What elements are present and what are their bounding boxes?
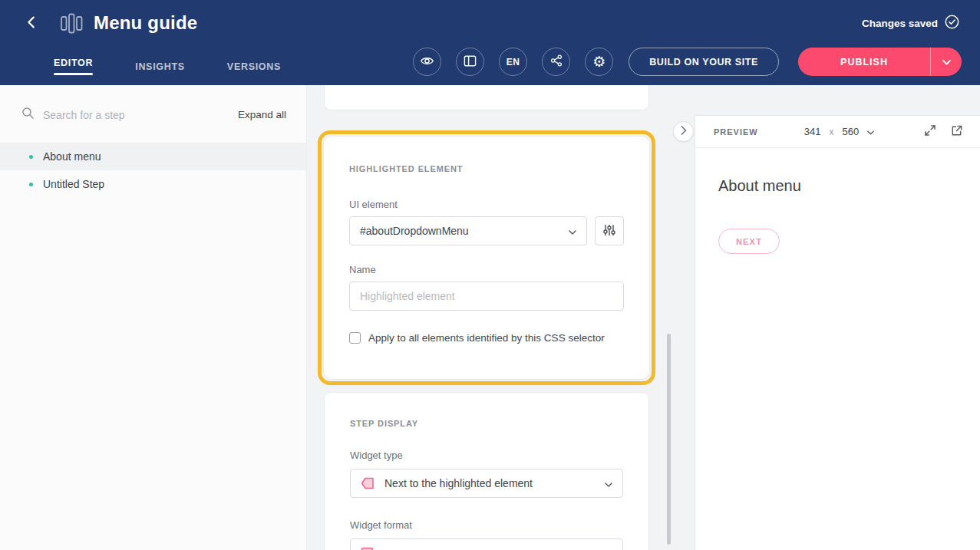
widget-type-select[interactable]: Next to the highlighted element	[350, 469, 623, 498]
header-tabs: EDITOR INSIGHTS VERSIONS	[54, 46, 281, 75]
apply-all-checkbox[interactable]	[349, 332, 361, 344]
expand-all-link[interactable]: Expand all	[238, 109, 286, 120]
page-title: Menu guide	[94, 12, 197, 34]
steps-sidebar: Expand all About menu Untitled Step	[0, 85, 307, 550]
back-icon	[24, 15, 39, 32]
card-above-partial	[325, 85, 648, 110]
ui-element-label: UI element	[349, 199, 624, 210]
caret-down-icon	[942, 56, 951, 68]
editor-content: HIGHLIGHTED ELEMENT UI element #aboutDro…	[307, 85, 695, 550]
section-title: HIGHLIGHTED ELEMENT	[349, 164, 624, 173]
preview-size-separator: x	[829, 127, 833, 137]
search-icon	[21, 107, 35, 123]
preview-title: PREVIEW	[714, 127, 758, 137]
steps-list: About menu Untitled Step	[0, 143, 306, 198]
header-nav-row: EDITOR INSIGHTS VERSIONS	[0, 46, 980, 85]
widget-type-value: Next to the highlighted element	[384, 477, 595, 489]
publish-options-button[interactable]	[930, 48, 962, 76]
ui-element-select[interactable]: #aboutDropdownMenu	[349, 216, 587, 245]
step-item-label: Untitled Step	[43, 178, 104, 190]
step-search-input[interactable]	[43, 109, 229, 121]
chevron-down-icon	[569, 224, 576, 238]
publish-button[interactable]: PUBLISH	[798, 48, 930, 76]
apply-all-row: Apply to all elements identified by this…	[349, 332, 624, 344]
sliders-icon	[602, 223, 616, 239]
build-on-your-site-button[interactable]: BUILD ON YOUR SITE	[629, 48, 779, 76]
app-logo-icon	[60, 13, 83, 34]
layout-panel-icon	[463, 54, 477, 71]
highlighted-element-name-input[interactable]	[349, 282, 624, 311]
section-title: STEP DISPLAY	[350, 419, 623, 428]
step-search-row: Expand all	[0, 85, 306, 135]
step-item-label: About menu	[43, 150, 101, 163]
tab-versions[interactable]: VERSIONS	[227, 46, 281, 75]
chevron-right-icon	[681, 126, 687, 137]
preview-next-button[interactable]: NEXT	[718, 229, 780, 254]
widget-type-label: Widget type	[350, 450, 623, 461]
collapse-preview-button[interactable]	[673, 121, 694, 142]
back-button[interactable]	[21, 13, 41, 33]
external-link-icon	[950, 124, 963, 140]
language-button[interactable]: EN	[499, 48, 527, 76]
preview-body: About menu NEXT	[695, 177, 980, 254]
preview-panel: PREVIEW 341 x 560	[695, 115, 980, 550]
preview-width-value: 341	[804, 126, 821, 137]
app-window: Menu guide Changes saved EDITOR INSIGHTS…	[0, 0, 980, 550]
step-item-untitled-step[interactable]: Untitled Step	[0, 170, 306, 198]
changes-saved-label: Changes saved	[862, 18, 938, 29]
name-label: Name	[349, 264, 624, 275]
widget-format-label: Widget format	[350, 519, 623, 531]
widget-tooltip-icon	[361, 477, 375, 489]
settings-button[interactable]: ⚙	[585, 48, 613, 76]
expand-icon	[924, 124, 936, 139]
apply-all-label: Apply to all elements identified by this…	[368, 332, 605, 344]
share-button[interactable]	[542, 48, 570, 76]
preview-height-value: 560	[842, 126, 859, 137]
header-title-row: Menu guide Changes saved	[0, 0, 980, 46]
highlighted-element-card: HIGHLIGHTED ELEMENT UI element #aboutDro…	[324, 137, 649, 379]
preview-eye-button[interactable]	[413, 48, 441, 76]
step-item-about-menu[interactable]: About menu	[0, 143, 306, 170]
changes-saved-status: Changes saved	[862, 15, 959, 32]
ui-element-value: #aboutDropdownMenu	[360, 225, 469, 237]
preview-size-dropdown[interactable]: 341 x 560	[804, 126, 874, 137]
publish-split-button: PUBLISH	[798, 48, 962, 76]
preview-header-actions	[924, 124, 963, 140]
check-circle-icon	[945, 15, 959, 32]
chevron-down-icon	[867, 126, 874, 137]
layout-button[interactable]	[456, 48, 484, 76]
element-picker-settings-button[interactable]	[595, 216, 624, 245]
highlighted-card-ring: HIGHLIGHTED ELEMENT UI element #aboutDro…	[318, 130, 655, 385]
tab-insights[interactable]: INSIGHTS	[135, 46, 185, 75]
tab-editor[interactable]: EDITOR	[54, 46, 93, 75]
widget-format-icon	[361, 547, 375, 550]
content-scrollbar-thumb[interactable]	[667, 334, 671, 545]
preview-step-title: About menu	[718, 177, 957, 195]
chevron-down-icon	[605, 546, 612, 550]
top-header: Menu guide Changes saved EDITOR INSIGHTS…	[0, 0, 980, 85]
share-icon	[549, 54, 563, 70]
eye-icon	[420, 54, 434, 71]
preview-fullscreen-button[interactable]	[924, 124, 936, 139]
step-display-card: STEP DISPLAY Widget type Next to the hig…	[325, 393, 648, 550]
widget-format-select[interactable]	[350, 538, 623, 550]
language-badge: EN	[506, 57, 520, 68]
step-status-dot	[29, 155, 33, 159]
step-status-dot	[29, 183, 33, 186]
gear-icon: ⚙	[592, 54, 605, 69]
ui-element-row: #aboutDropdownMenu	[349, 216, 624, 245]
open-in-new-tab-button[interactable]	[950, 124, 963, 140]
chevron-down-icon	[605, 476, 612, 490]
header-toolbar: EN ⚙ BUILD ON	[413, 48, 962, 76]
preview-header: PREVIEW 341 x 560	[695, 116, 980, 148]
